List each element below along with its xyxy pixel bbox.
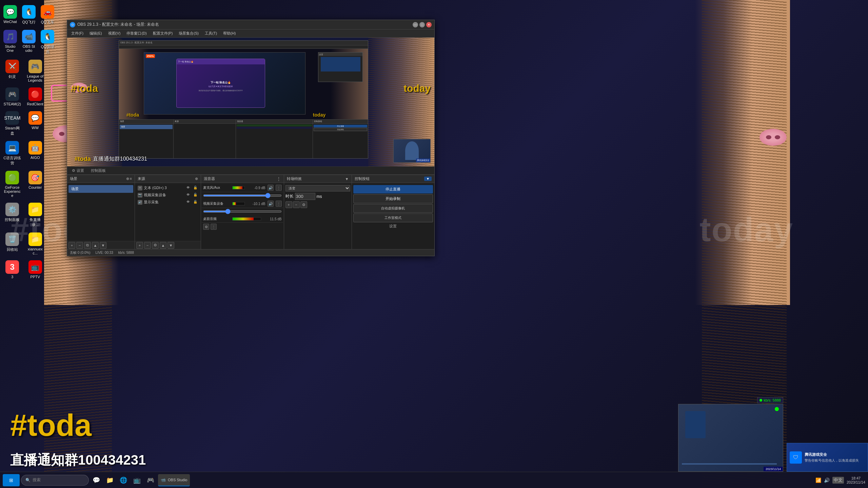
settings-link[interactable]: 设置: [353, 224, 433, 229]
source-item-2[interactable]: 🔊 显示采集 👁 🔓: [136, 199, 199, 206]
mixer-mic-menu-btn[interactable]: ⋮: [276, 185, 282, 191]
source-up-btn[interactable]: ▲: [160, 242, 166, 249]
source-panel-actions: ⊕: [195, 177, 198, 181]
menu-profile[interactable]: 配置文件(P): [150, 30, 176, 37]
mixer-video-vol-btn[interactable]: 🔊: [268, 201, 274, 207]
source-lock-icon-1[interactable]: 🔓: [193, 193, 198, 198]
scene-add-btn[interactable]: +: [68, 242, 75, 249]
taskbar-icon-chat[interactable]: 💬: [90, 474, 102, 486]
transition-panel-header: 转场特效 ▼: [284, 175, 352, 183]
close-button[interactable]: ✕: [426, 22, 432, 27]
webcam-date-text: 2023/11/14: [766, 467, 781, 471]
source-eye-icon-1[interactable]: 👁: [186, 193, 191, 198]
desktop-icon-3[interactable]: 3 3: [2, 259, 23, 281]
taskbar-clock[interactable]: 18:47 2023/11/14: [847, 476, 865, 484]
desktop-icon-qq2[interactable]: 🐧 QQ管理员: [39, 28, 56, 56]
menu-view[interactable]: 视图(V): [105, 30, 123, 37]
nested-buttons-panel: 控制按钮 停止直播 开始录制: [313, 120, 368, 159]
desktop-icon-counter[interactable]: 🎯 Counter: [25, 169, 46, 199]
start-button[interactable]: ⊞: [3, 474, 20, 486]
desktop-icon-qqfly[interactable]: 🐧 QQ飞行: [20, 3, 37, 26]
studio-mode-button[interactable]: 控制面板: [89, 167, 108, 174]
scene-copy-btn[interactable]: ⧉: [84, 242, 91, 249]
mixer-mic-slider[interactable]: [203, 195, 282, 197]
nested-today-right: today: [313, 112, 326, 118]
mixer-advanced-btn[interactable]: ⚙: [203, 224, 209, 230]
source-eye-icon-2[interactable]: 👁: [186, 200, 191, 205]
obs-title-text: OBS 29.1.3 - 配置文件: 未命名 - 场景: 未命名: [77, 22, 159, 27]
source-item-0[interactable]: T 文本 (GDI+) 3 👁 🔓: [136, 184, 199, 191]
menu-scene-collection[interactable]: 场景集合(S): [176, 30, 201, 37]
source-lock-icon-2[interactable]: 🔓: [193, 200, 198, 205]
scene-filter-icon[interactable]: ⊕: [126, 177, 129, 181]
source-add-btn[interactable]: +: [136, 242, 143, 249]
desktop-icon-jx3[interactable]: ⚔️ 剑灵: [2, 58, 23, 84]
source-down-btn[interactable]: ▼: [167, 242, 174, 249]
menu-edit[interactable]: 编辑(E): [87, 30, 105, 37]
menu-help[interactable]: 帮助(H): [220, 30, 238, 37]
scene-settings-icon[interactable]: ≡: [130, 177, 132, 181]
desktop-icon-obs[interactable]: 📹 OBS Studio: [20, 28, 37, 56]
transition-type-select[interactable]: 淡变: [285, 185, 350, 191]
maximize-button[interactable]: □: [419, 22, 425, 27]
menu-tools[interactable]: 工具(T): [202, 30, 220, 37]
settings-button[interactable]: ⚙ 设置: [70, 167, 86, 174]
source-item-1[interactable]: 📷 视频采集设备 👁 🔓: [136, 191, 199, 199]
ww-icon: 💬: [28, 111, 42, 125]
desktop-icon-steam[interactable]: 🎮 STEAM(2): [2, 86, 23, 108]
mixer-action-icon[interactable]: ⋮: [276, 176, 281, 182]
transition-panel-icon[interactable]: ▼: [345, 177, 349, 181]
desktop-icon-studio[interactable]: 🎵 Studio One: [2, 28, 19, 56]
transition-add-btn[interactable]: +: [285, 201, 292, 208]
stop-stream-button[interactable]: 停止直播: [353, 185, 433, 194]
scene-down-btn[interactable]: ▼: [100, 242, 106, 249]
desktop-icon-wechat[interactable]: 💬 WeChat: [2, 3, 19, 26]
desktop-icon-clang[interactable]: 💻 C语言训练营: [2, 139, 23, 167]
transition-remove-btn[interactable]: −: [293, 201, 300, 208]
source-remove-btn[interactable]: −: [144, 242, 151, 249]
scene-remove-btn[interactable]: −: [76, 242, 83, 249]
desktop-icon-ww[interactable]: 💬 WW: [25, 109, 46, 138]
mixer-video-db: -10.1 dB: [247, 202, 265, 206]
steam-icon: 🎮: [5, 87, 19, 101]
taskbar-obs-active[interactable]: 📹 OBS Studio: [158, 474, 190, 486]
scene-up-btn[interactable]: ▲: [92, 242, 99, 249]
nested-preview: 下一站 秋名山🔥 下一站 秋名山🔥 QQ飞车✦来文字D联动剧本 购买折扣还送不需…: [119, 49, 368, 120]
taskbar-search[interactable]: 🔍 搜索: [21, 475, 89, 486]
mixer-mic-vol-btn[interactable]: 🔊: [268, 185, 274, 191]
menu-file[interactable]: 文件(F): [68, 30, 86, 37]
start-record-button[interactable]: 开始录制: [353, 194, 433, 203]
taskbar-icon-folder[interactable]: 📁: [104, 474, 116, 486]
taskbar-icon-game[interactable]: 🎮: [144, 474, 157, 486]
source-settings-btn[interactable]: ⚙: [152, 242, 159, 249]
transition-settings-btn[interactable]: ⚙: [300, 201, 307, 208]
source-filter-icon[interactable]: ⊕: [195, 177, 198, 181]
desktop-icon-lol[interactable]: 🎮 League of Legends: [25, 58, 46, 84]
bottom-left-container: #toda: [10, 410, 92, 441]
desktop-icon-steamnp[interactable]: STEAM Steam网盘: [2, 109, 23, 138]
mixer-panel-actions: ⋮: [276, 176, 281, 182]
source-eye-icon-0[interactable]: 👁: [186, 186, 191, 190]
obs-transition-panel: 转场特效 ▼ 淡变 时长 ms + − ⚙: [284, 175, 352, 249]
transition-duration-input[interactable]: [295, 193, 315, 200]
desktop-icon-aigo[interactable]: 🤖 AIGO: [25, 139, 46, 167]
taskbar-icon-browser[interactable]: 🌐: [117, 474, 130, 486]
minimize-button[interactable]: —: [413, 22, 418, 27]
tray-lang-icon[interactable]: 中文: [832, 477, 844, 484]
nested-source-panel: 来源: [174, 120, 236, 159]
mixer-menu-btn-2[interactable]: ⋮: [211, 224, 217, 230]
taskbar-icon-video[interactable]: 📺: [131, 474, 143, 486]
menu-dock[interactable]: 停靠窗口(D): [124, 30, 149, 37]
desktop-icon-redclient[interactable]: 🔴 RedClient: [25, 86, 46, 108]
scene-item-0[interactable]: 场景: [68, 185, 133, 193]
mixer-video-slider[interactable]: [203, 210, 282, 212]
studio-mode-button-2[interactable]: 工作室模式: [353, 214, 433, 222]
desktop-icon-geforce[interactable]: 🟢 GeForce Experience: [2, 169, 23, 199]
source-lock-icon-0[interactable]: 🔓: [193, 186, 198, 190]
virtual-camera-button[interactable]: 自动虚拟摄像机: [353, 204, 433, 213]
source-item-1-label: 视频采集设备: [144, 192, 166, 198]
desktop-icon-qqcar[interactable]: 🚗 QQ飞车: [39, 3, 56, 26]
mixer-video-menu-btn[interactable]: ⋮: [276, 201, 282, 207]
desk-shape: [682, 463, 777, 465]
desktop-icon-pptv[interactable]: 📺 PPTV: [25, 259, 46, 281]
